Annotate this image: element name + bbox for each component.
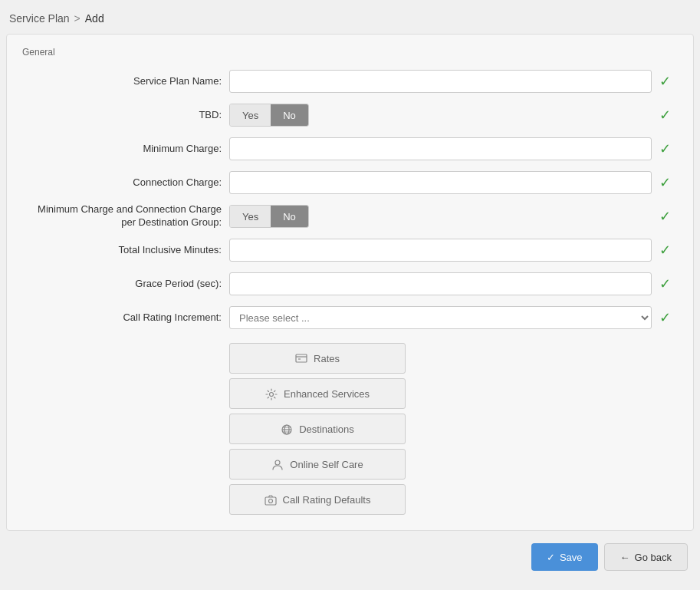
svg-point-3 (269, 392, 273, 396)
control-minimum-charge (229, 137, 652, 160)
control-call-rating-increment: Please select ... (229, 306, 652, 329)
save-icon: ✓ (547, 552, 555, 563)
input-total-inclusive-minutes[interactable] (229, 239, 652, 262)
input-service-plan-name[interactable] (229, 70, 652, 93)
toggle-tbd-yes[interactable]: Yes (230, 104, 271, 127)
label-total-inclusive-minutes: Total Inclusive Minutes: (22, 244, 229, 257)
nav-btn-call-rating-defaults[interactable]: Call Rating Defaults (229, 484, 406, 515)
control-tbd: Yes No (229, 104, 652, 127)
control-service-plan-name (229, 70, 652, 93)
goback-button[interactable]: ← Go back (604, 543, 688, 571)
toggle-tbd-no[interactable]: No (271, 104, 308, 127)
nav-btn-online-self-care-label: Online Self Care (290, 459, 363, 470)
goback-label: Go back (635, 552, 672, 563)
rates-icon (295, 351, 307, 364)
person-icon (271, 457, 284, 470)
check-icon-call-rating-increment: ✓ (659, 309, 678, 326)
save-label: Save (560, 552, 583, 563)
check-icon-tbd: ✓ (659, 107, 678, 124)
control-total-inclusive-minutes (229, 239, 652, 262)
nav-btn-enhanced-services-label: Enhanced Services (284, 388, 370, 400)
breadcrumb-parent: Service Plan (9, 12, 70, 25)
footer-bar: ✓ Save ← Go back (6, 531, 694, 574)
row-call-rating-increment: Call Rating Increment: Please select ...… (22, 305, 678, 331)
svg-point-9 (275, 460, 280, 465)
section-label: General (22, 47, 678, 58)
nav-btn-online-self-care[interactable]: Online Self Care (229, 449, 406, 480)
row-grace-period: Grace Period (sec): ✓ (22, 271, 678, 297)
row-service-plan-name: Service Plan Name: ✓ (22, 68, 678, 94)
nav-btn-call-rating-defaults-label: Call Rating Defaults (283, 494, 371, 506)
input-grace-period[interactable] (229, 272, 652, 295)
control-connection-charge (229, 171, 652, 194)
select-call-rating-increment[interactable]: Please select ... (229, 306, 652, 329)
control-grace-period (229, 272, 652, 295)
nav-btn-rates-label: Rates (314, 353, 340, 364)
row-tbd: TBD: Yes No ✓ (22, 102, 678, 128)
check-icon-connection-charge: ✓ (659, 174, 678, 191)
row-minimum-charge: Minimum Charge: ✓ (22, 136, 678, 162)
label-service-plan-name: Service Plan Name: (22, 75, 229, 88)
nav-btn-enhanced-services[interactable]: Enhanced Services (229, 378, 406, 409)
check-icon-service-plan-name: ✓ (659, 73, 678, 90)
svg-rect-0 (296, 354, 307, 362)
row-connection-charge: Connection Charge: ✓ (22, 170, 678, 196)
camera-icon (265, 493, 277, 506)
nav-buttons: Rates Enhanced Services (22, 343, 678, 515)
gear-icon (265, 387, 278, 400)
breadcrumb-separator: > (74, 12, 81, 25)
check-icon-total-inclusive-minutes: ✓ (659, 242, 678, 259)
toggle-min-charge-dest: Yes No (229, 205, 309, 228)
save-button[interactable]: ✓ Save (531, 543, 598, 571)
toggle-min-charge-dest-yes[interactable]: Yes (230, 206, 271, 228)
nav-btn-destinations-label: Destinations (299, 424, 354, 435)
svg-point-11 (268, 499, 272, 503)
globe-icon (281, 422, 293, 435)
nav-btn-rates[interactable]: Rates (229, 343, 406, 374)
breadcrumb-current: Add (85, 12, 104, 25)
label-call-rating-increment: Call Rating Increment: (22, 311, 229, 325)
input-connection-charge[interactable] (229, 171, 652, 194)
main-card: General Service Plan Name: ✓ TBD: Yes No… (6, 34, 694, 531)
label-min-charge-dest: Minimum Charge and Connection Chargeper … (22, 203, 229, 229)
goback-icon: ← (620, 552, 630, 563)
breadcrumb: Service Plan > Add (6, 6, 694, 34)
toggle-min-charge-dest-no[interactable]: No (271, 206, 308, 228)
toggle-tbd: Yes No (229, 104, 309, 127)
check-icon-min-charge-dest: ✓ (659, 208, 678, 225)
row-total-inclusive-minutes: Total Inclusive Minutes: ✓ (22, 237, 678, 263)
nav-btn-destinations[interactable]: Destinations (229, 414, 406, 444)
label-minimum-charge: Minimum Charge: (22, 143, 229, 156)
svg-rect-10 (265, 497, 276, 505)
check-icon-minimum-charge: ✓ (659, 140, 678, 157)
control-min-charge-dest: Yes No (229, 205, 652, 228)
label-connection-charge: Connection Charge: (22, 176, 229, 190)
label-grace-period: Grace Period (sec): (22, 278, 229, 291)
check-icon-grace-period: ✓ (659, 275, 678, 292)
row-min-charge-dest: Minimum Charge and Connection Chargeper … (22, 203, 678, 229)
label-tbd: TBD: (22, 109, 229, 122)
input-minimum-charge[interactable] (229, 137, 652, 160)
